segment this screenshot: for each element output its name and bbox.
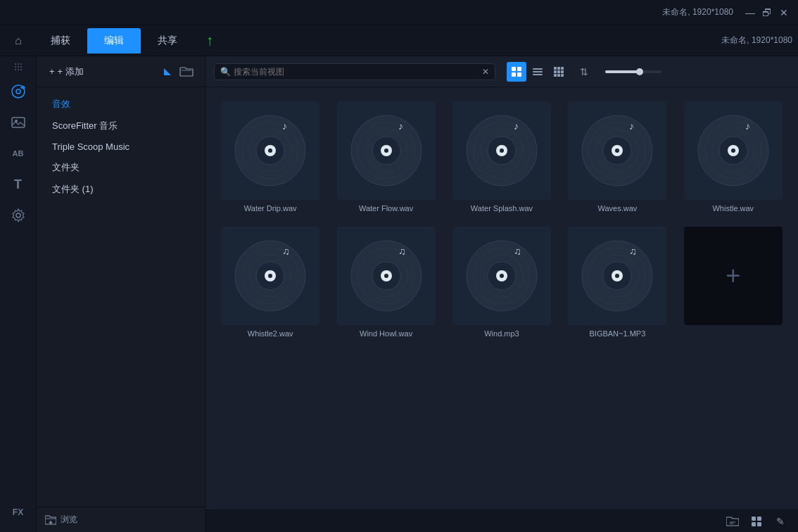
view-list-button[interactable] (528, 62, 547, 82)
media-thumb-waves: ♪ (568, 101, 666, 200)
maximize-button[interactable]: 🗗 (759, 4, 775, 21)
svg-text:♪: ♪ (745, 120, 750, 132)
status-edit-button[interactable]: ✎ (771, 512, 790, 531)
left-panel: + + 添加 音效 ScoreFitter 音乐 Triple Scoop Mu… (37, 56, 205, 532)
tree-item-folder1[interactable]: 文件夹 (1) (41, 179, 201, 200)
project-title: 未命名, 1920*1080 (721, 34, 792, 46)
sidebar-icon-music[interactable] (4, 77, 32, 106)
zoom-slider[interactable] (605, 70, 661, 73)
media-thumb-water-splash: ♪ (452, 101, 551, 200)
svg-rect-84 (752, 517, 756, 521)
search-input[interactable] (234, 67, 482, 77)
status-folder-button[interactable] (723, 512, 742, 531)
svg-rect-10 (533, 71, 543, 72)
media-label-bigban: BIGBAN~1.MP3 (589, 329, 645, 338)
plus-icon: + (49, 66, 55, 77)
tab-edit[interactable]: 编辑 (87, 28, 141, 53)
svg-point-47 (615, 148, 619, 153)
svg-rect-13 (557, 67, 560, 70)
svg-point-4 (16, 213, 20, 217)
zoom-slider-thumb[interactable] (636, 68, 643, 75)
svg-text:♫: ♫ (282, 246, 290, 257)
tree-item-folder[interactable]: 文件夹 (41, 157, 201, 178)
svg-text:♪: ♪ (514, 120, 519, 132)
svg-rect-17 (561, 70, 564, 73)
view-grid-large-button[interactable] (507, 62, 526, 82)
media-item-add[interactable]: + (680, 224, 787, 341)
media-item-bigban[interactable]: ♫ BIGBAN~1.MP3 (564, 224, 671, 341)
media-label-water-drip: Water Drip.wav (244, 204, 297, 213)
drag-handle (13, 62, 23, 72)
sidebar-icon-gear[interactable] (4, 201, 32, 229)
media-item-whistle2[interactable]: ♫ Whistle2.wav (217, 224, 324, 341)
media-item-wind-howl[interactable]: ♫ Wind Howl.wav (332, 224, 439, 341)
svg-point-1 (16, 89, 20, 94)
svg-point-75 (500, 274, 504, 278)
sidebar-icon-ab[interactable]: AB (4, 139, 32, 167)
tree-item-triplescoop[interactable]: Triple Scoop Music (41, 137, 201, 156)
svg-rect-87 (757, 522, 761, 526)
media-label-whistle2: Whistle2.wav (248, 329, 293, 338)
svg-text:♪: ♪ (629, 120, 634, 132)
search-clear-button[interactable]: ✕ (482, 67, 489, 77)
svg-rect-15 (554, 70, 557, 73)
sidebar-icon-image[interactable] (4, 108, 32, 137)
sidebar-icon-fx[interactable]: FX (4, 498, 32, 526)
svg-rect-8 (517, 72, 521, 77)
tree-list: 音效 ScoreFitter 音乐 Triple Scoop Music 文件夹… (37, 87, 205, 507)
triangle-marker (164, 68, 171, 75)
status-grid-button[interactable] (747, 512, 766, 531)
svg-point-82 (615, 274, 619, 278)
tab-capture[interactable]: 捕获 (34, 28, 87, 53)
view-grid-small-button[interactable] (549, 62, 569, 82)
svg-text:♪: ♪ (398, 120, 403, 132)
svg-point-54 (731, 148, 735, 153)
upload-button[interactable]: ↑ (200, 31, 220, 51)
svg-text:♫: ♫ (629, 246, 637, 257)
media-label-whistle: Whistle.wav (712, 204, 754, 213)
svg-point-0 (12, 85, 25, 98)
home-button[interactable]: ⌂ (6, 28, 31, 53)
media-item-wind[interactable]: ♫ Wind.mp3 (448, 224, 555, 341)
tree-item-scorefitter[interactable]: ScoreFitter 音乐 (41, 115, 201, 137)
tab-share[interactable]: 共享 (141, 28, 194, 53)
status-bar: ✎ (205, 509, 798, 532)
media-thumb-whistle: ♪ (684, 101, 783, 200)
svg-rect-7 (512, 72, 516, 77)
svg-text:♫: ♫ (514, 246, 521, 257)
media-item-water-drip[interactable]: ♪ Water Drip.wav (217, 99, 324, 215)
svg-text:♪: ♪ (282, 120, 287, 132)
media-item-waves[interactable]: ♪ Waves.wav (564, 99, 671, 215)
media-grid: ♪ Water Drip.wav ♪ (205, 87, 798, 509)
search-icon: 🔍 (220, 67, 231, 77)
svg-rect-18 (554, 74, 557, 77)
browse-button[interactable]: 浏览 (37, 507, 205, 532)
media-item-water-splash[interactable]: ♪ Water Splash.wav (448, 99, 555, 215)
media-thumb-wind: ♫ (452, 227, 551, 325)
left-panel-toolbar: + + 添加 (37, 56, 205, 87)
svg-rect-16 (557, 70, 560, 73)
main-layout: AB T FX + + 添加 (0, 56, 798, 532)
svg-rect-9 (533, 68, 543, 70)
tree-item-sfx[interactable]: 音效 (41, 94, 201, 115)
svg-point-61 (268, 274, 272, 278)
search-box[interactable]: 🔍 ✕ (214, 63, 495, 80)
svg-rect-11 (533, 74, 543, 75)
content-area: 🔍 ✕ (205, 56, 798, 532)
add-label: + 添加 (58, 65, 84, 78)
sidebar-icon-text[interactable]: T (4, 170, 32, 198)
folder-nav-button[interactable] (175, 61, 198, 83)
svg-rect-85 (757, 517, 761, 521)
zoom-slider-fill (605, 70, 639, 73)
minimize-button[interactable]: — (742, 4, 759, 21)
svg-rect-19 (557, 74, 560, 77)
svg-point-68 (384, 274, 388, 278)
title-bar: 未命名, 1920*1080 — 🗗 ✕ (0, 0, 798, 25)
media-item-whistle[interactable]: ♪ Whistle.wav (680, 99, 787, 215)
media-item-water-flow[interactable]: ♪ Water Flow.wav (332, 99, 439, 215)
media-label-water-flow: Water Flow.wav (359, 204, 413, 213)
sort-button[interactable]: ⇅ (574, 62, 594, 82)
close-button[interactable]: ✕ (775, 4, 792, 21)
add-button[interactable]: + + 添加 (44, 63, 89, 81)
media-thumb-add: + (684, 227, 783, 325)
